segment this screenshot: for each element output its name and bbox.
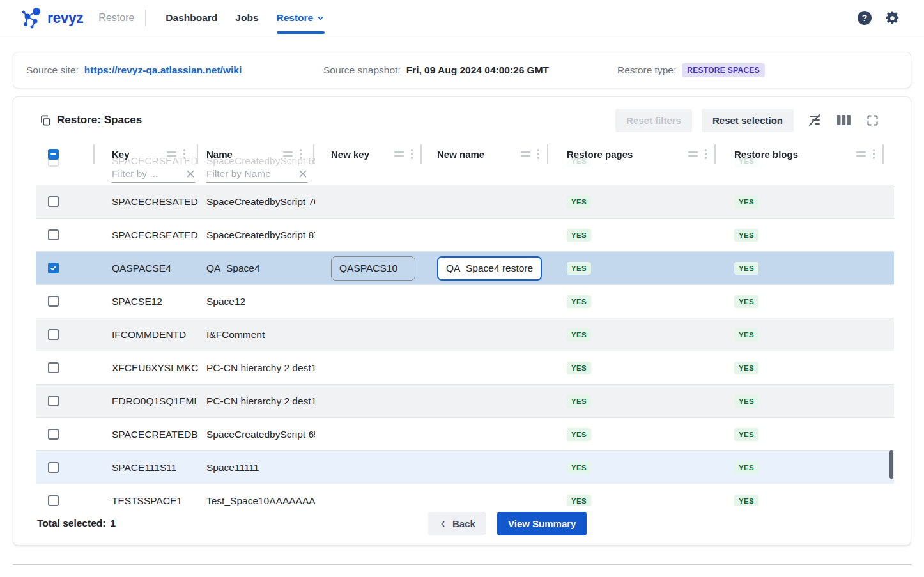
column-menu-icon[interactable] [300, 149, 302, 159]
column-header-restore-pages[interactable]: Restore pages [549, 143, 716, 165]
table-row[interactable]: EDRO0Q1SQ1EMI PC-CN hierarchy 2 dest15 Y… [36, 385, 894, 418]
nav-item-dashboard[interactable]: Dashboard [166, 0, 217, 36]
table-row[interactable]: SPACECRESATED SpaceCreatedbyScript 76 YE… [36, 185, 894, 219]
cell-name: Space12 [199, 296, 315, 307]
cell-name: PC-CN hierarchy 2 dest15 [199, 396, 315, 407]
copy-icon[interactable] [39, 114, 51, 127]
active-tab-underline [277, 31, 325, 34]
restore-type-label: Restore type: [617, 65, 676, 76]
nav-item-restore[interactable]: Restore [277, 0, 325, 36]
cell-key: QASPACSE4 [95, 263, 199, 274]
cell-key: SPACSE12 [95, 296, 199, 307]
column-menu-icon[interactable] [537, 149, 540, 159]
column-filter-icon[interactable] [688, 151, 698, 157]
vertical-scrollbar-thumb[interactable] [889, 450, 893, 479]
cell-name: Space11111 [199, 462, 315, 473]
row-checkbox[interactable] [48, 196, 59, 207]
column-filter-icon[interactable] [856, 151, 866, 157]
key-filter-input[interactable] [112, 168, 185, 180]
clear-name-filter-icon[interactable] [298, 169, 307, 178]
cell-name: PC-CN hierarchy 2 dest16 [199, 362, 315, 374]
restore-pages-badge: YES [567, 495, 591, 507]
row-checkbox[interactable] [48, 429, 59, 440]
restore-blogs-badge: YES [734, 196, 758, 208]
row-checkbox[interactable] [48, 329, 59, 340]
column-header-new-name[interactable]: New name [422, 143, 549, 165]
restore-blogs-badge: YES [734, 229, 758, 242]
restore-pages-badge: YES [567, 262, 591, 275]
cell-key: IFCOMMDENTD [95, 329, 199, 341]
row-checkbox[interactable] [48, 495, 59, 506]
column-menu-icon[interactable] [183, 149, 186, 159]
table-row[interactable]: XFCEU6XYSLMKC PC-CN hierarchy 2 dest16 Y… [36, 351, 894, 385]
column-header-key[interactable]: Key [95, 143, 199, 165]
column-filter-icon[interactable] [521, 151, 530, 157]
restore-pages-badge: YES [567, 196, 591, 208]
restore-pages-badge: YES [567, 461, 591, 474]
restore-blogs-badge: YES [734, 262, 758, 275]
page-title: Restore: Spaces [57, 114, 142, 127]
table-row[interactable]: SPACECREATEDB SpaceCreatedbyScript 65 YE… [36, 418, 894, 451]
source-site-link[interactable]: https://revyz-qa.atlassian.net/wiki [84, 65, 242, 76]
brand-logo[interactable]: revyz [21, 6, 83, 30]
cell-name: SpaceCreatedbyScript 65 [199, 429, 315, 440]
table-row[interactable]: SPACECRSEATED SpaceCreatedbyScript 87 YE… [36, 219, 894, 252]
row-checkbox[interactable] [48, 263, 59, 273]
restore-blogs-badge: YES [734, 328, 758, 341]
restore-pages-badge: YES [567, 362, 591, 374]
name-filter-input[interactable] [206, 168, 297, 180]
nav-divider [145, 10, 146, 26]
back-button[interactable]: Back [428, 512, 486, 535]
view-summary-button[interactable]: View Summary [497, 512, 587, 535]
table-row[interactable]: TESTSSPACE1 Test_Space10AAAAAAAAA YES YE… [36, 484, 894, 506]
column-header-restore-blogs[interactable]: Restore blogs [716, 143, 884, 165]
column-menu-icon[interactable] [411, 149, 413, 159]
column-header-new-key[interactable]: New key [315, 143, 422, 165]
new-name-input[interactable] [437, 256, 542, 281]
column-menu-icon[interactable] [873, 149, 875, 159]
table-body: SPACECRESATED SpaceCreatedbyScript 76 YE… [36, 185, 894, 506]
chevron-left-icon [438, 519, 447, 528]
restore-pages-badge: YES [567, 328, 591, 341]
source-site-label: Source site: [26, 65, 79, 76]
row-checkbox[interactable] [48, 396, 59, 406]
nav-item-jobs[interactable]: Jobs [235, 0, 258, 36]
restore-type-badge: RESTORE SPACES [682, 63, 765, 77]
reset-selection-button[interactable]: Reset selection [702, 109, 794, 132]
fullscreen-icon[interactable] [865, 112, 880, 128]
column-filter-icon[interactable] [394, 151, 404, 157]
restore-pages-badge: YES [567, 229, 591, 242]
column-menu-icon[interactable] [705, 149, 707, 159]
column-filter-icon[interactable] [167, 151, 176, 157]
restore-blogs-badge: YES [734, 295, 758, 308]
source-snapshot-label: Source snapshot: [323, 65, 401, 76]
cell-name: Test_Space10AAAAAAAAA [199, 495, 315, 507]
help-icon[interactable]: ? [858, 11, 872, 25]
columns-icon[interactable] [836, 112, 851, 128]
clear-key-filter-icon[interactable] [186, 169, 195, 178]
reset-filters-button[interactable]: Reset filters [615, 109, 692, 132]
table-row[interactable]: SPACSE12 Space12 YES YES [36, 285, 894, 318]
top-nav: revyz Restore Dashboard Jobs Restore ? [0, 0, 924, 36]
row-checkbox[interactable] [48, 296, 59, 307]
cell-key: SPACECRESATED [95, 196, 199, 208]
row-checkbox[interactable] [48, 229, 59, 240]
source-snapshot-value: Fri, 09 Aug 2024 04:00:26 GMT [406, 65, 549, 76]
table-row[interactable]: IFCOMMDENTD I&FComment YES YES [36, 318, 894, 351]
total-selected-label: Total selected: [37, 518, 105, 529]
molecule-logo-icon [21, 6, 43, 30]
row-checkbox[interactable] [48, 362, 59, 373]
cell-key: XFCEU6XYSLMKC [95, 362, 199, 374]
row-checkbox[interactable] [48, 462, 59, 473]
new-key-input[interactable] [331, 256, 415, 281]
brand-name: revyz [47, 10, 83, 27]
clear-filter-icon[interactable] [807, 112, 822, 128]
column-header-name[interactable]: Name [199, 143, 315, 165]
gear-icon[interactable] [885, 11, 900, 26]
restore-pages-badge: YES [567, 428, 591, 441]
column-filter-icon[interactable] [283, 151, 293, 157]
cell-key: TESTSSPACE1 [95, 495, 199, 507]
table-row[interactable]: QASPACSE4 QA_Space4 YES YES [36, 252, 894, 285]
table-row[interactable]: SPACE111S11 Space11111 YES YES [36, 451, 894, 484]
select-all-checkbox[interactable] [48, 149, 59, 160]
